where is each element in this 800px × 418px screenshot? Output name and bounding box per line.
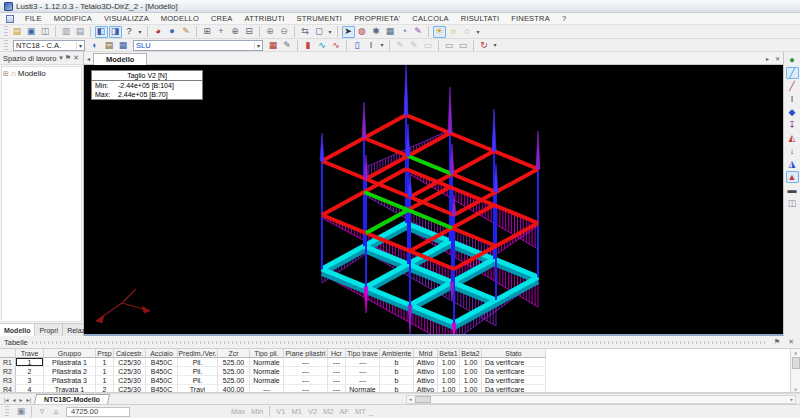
cell-r4-zcr[interactable]: 400.00 (218, 385, 250, 393)
table-row-r3[interactable]: R33Pilastrata 31C25/30B450CPil.525.00Nor… (0, 376, 800, 385)
cell-r3-beta1[interactable]: 1.00 (438, 376, 460, 385)
results-dropdown-icon[interactable]: ▾ (379, 39, 386, 51)
cell-r1-hcr[interactable]: --- (328, 358, 346, 367)
menu-item-finestra[interactable]: FINESTRA (505, 14, 556, 23)
column-header-beta2[interactable]: Beta2 (460, 349, 482, 358)
cell-r1-trave[interactable]: 1 (16, 358, 44, 367)
wall-tool[interactable]: ◆ (786, 106, 799, 118)
zoom-window-button[interactable]: ⊟ (243, 26, 256, 38)
cell-r4-calcestr-[interactable]: C25/30 (114, 385, 146, 393)
light-half-button[interactable]: ☼ (447, 26, 460, 38)
support-tool[interactable]: ◭ (786, 132, 799, 144)
column-header-trave[interactable]: Trave (16, 349, 44, 358)
cell-r1-calcestr-[interactable]: C25/30 (114, 358, 146, 367)
draw-node-tool[interactable]: ● (786, 54, 799, 66)
cell-r4-mrid[interactable]: Attivo (414, 385, 438, 393)
cell-r2-piane-pilastri[interactable]: --- (284, 367, 328, 376)
cell-r2-mrid[interactable]: Attivo (414, 367, 438, 376)
cell-r4-tipo-pil-[interactable]: --- (250, 385, 284, 393)
render-options-button[interactable]: ◍ (356, 26, 369, 38)
zoom-out-button[interactable]: ⊖ (278, 26, 291, 38)
sheet-tab-ntc18c-modello[interactable]: NTC18C-Modello (34, 394, 110, 404)
cascade-windows-button[interactable]: ◨ (109, 26, 122, 38)
tile-windows-button[interactable]: ◧ (95, 26, 108, 38)
cell-r1-prsp[interactable]: 1 (96, 358, 114, 367)
point-load-tool[interactable]: ↓ (786, 145, 799, 157)
cell-r4-acciaio[interactable]: B450C (146, 385, 178, 393)
sheet-nav-[interactable]: |◂ (2, 396, 11, 403)
load-cases-button[interactable]: ▦ (117, 39, 130, 51)
cell-r2-beta2[interactable]: 1.00 (460, 367, 482, 376)
column-header-corner[interactable] (0, 349, 16, 358)
fit-selection-button[interactable]: ▭ (443, 39, 456, 51)
menu-item-modifica[interactable]: MODIFICA (48, 14, 98, 23)
cell-r4-beta1[interactable]: 1.00 (438, 385, 460, 393)
select-button[interactable]: ➤ (342, 26, 355, 38)
column-header-tipo-trave[interactable]: Tipo trave (346, 349, 380, 358)
toolbar-grip-2[interactable] (4, 40, 8, 51)
section-results-button[interactable]: I (365, 39, 378, 51)
expander-icon[interactable]: ⊞ (3, 70, 9, 78)
scrollbar-thumb[interactable] (415, 396, 431, 403)
viewport-tab-modello[interactable]: Modello (93, 53, 147, 65)
cell-r3-gruppo[interactable]: Pilastrata 3 (44, 376, 96, 385)
column-header-prsp[interactable]: Prsp (96, 349, 114, 358)
cell-r4-prsp[interactable]: 2 (96, 385, 114, 393)
cell-r2-prsp[interactable]: 1 (96, 367, 114, 376)
cell-r3-zcr[interactable]: 525.00 (218, 376, 250, 385)
toggle-v2[interactable]: V2 (308, 407, 317, 416)
toggle-af[interactable]: AF (339, 407, 349, 416)
scroll-up-icon[interactable]: ∧ (794, 349, 798, 356)
materials-button[interactable]: ▤ (103, 39, 116, 51)
cell-r2-beta1[interactable]: 1.00 (438, 367, 460, 376)
cell-r3-mrid[interactable]: Attivo (414, 376, 438, 385)
chevron-down-icon[interactable]: ▾ (76, 42, 82, 49)
cell-r1-gruppo[interactable]: Pilastrata 1 (44, 358, 96, 367)
draw-truss-tool[interactable]: ╱ (786, 80, 799, 92)
numeric-results-button[interactable]: ▯ (351, 39, 364, 51)
section-tool[interactable]: I (786, 93, 799, 105)
scroll-left-icon[interactable]: ◂ (407, 396, 414, 402)
move-view-button[interactable]: + (215, 26, 228, 38)
draw-beam-tool[interactable]: ╱ (786, 67, 799, 79)
menu-item-proprieta[interactable]: PROPRIETA' (348, 14, 406, 23)
cell-r3-stato[interactable]: Da verificare (482, 376, 546, 385)
panel-drag-handle[interactable] (32, 341, 768, 344)
menu-item-crea[interactable]: CREA (205, 14, 239, 23)
column-header-ambiente[interactable]: Ambiente (380, 349, 414, 358)
cell-r2-zcr[interactable]: 525.00 (218, 367, 250, 376)
row-header-r2[interactable]: R2 (0, 367, 16, 376)
cell-r3-acciaio[interactable]: B450C (146, 376, 178, 385)
cell-r3-predim-ver-[interactable]: Pil. (178, 376, 218, 385)
diagram-m-button[interactable]: ∿ (330, 39, 343, 51)
column-header-tipo-pil-[interactable]: Tipo pil. (250, 349, 284, 358)
cell-r2-trave[interactable]: 2 (16, 367, 44, 376)
scrollbar-thumb[interactable] (792, 357, 800, 369)
close-icon[interactable]: ✕ (72, 54, 80, 62)
max-tag-button[interactable]: ▵ (50, 406, 63, 418)
snap-grid-button[interactable]: ⊞ (201, 26, 214, 38)
menu-item-modello[interactable]: MODELLO (155, 14, 205, 23)
toggle-mt[interactable]: MT (355, 407, 366, 416)
shaded-view-button[interactable]: ● (166, 26, 179, 38)
column-header-zcr[interactable]: Zcr (218, 349, 250, 358)
cell-r1-stato[interactable]: Da verificare (482, 358, 546, 367)
toggle-max[interactable]: Max (231, 407, 245, 416)
menu-item-attributi[interactable]: ATTRIBUTI (239, 14, 291, 23)
column-header-predim-ver-[interactable]: Predim./Ver. (178, 349, 218, 358)
scroll-down-icon[interactable]: ∨ (794, 385, 798, 392)
cell-r1-beta2[interactable]: 1.00 (460, 358, 482, 367)
document-icon[interactable] (6, 15, 14, 23)
edit-button[interactable]: ✎ (412, 26, 425, 38)
cell-r4-ambiente[interactable]: b (380, 385, 414, 393)
constraint-tool[interactable]: ▲ (786, 171, 799, 183)
chevron-down-icon[interactable]: ▾ (254, 42, 260, 49)
cell-r2-ambiente[interactable]: b (380, 367, 414, 376)
render-view-button[interactable]: ◕ (152, 26, 165, 38)
cell-r4-tipo-trave[interactable]: Normale (346, 385, 380, 393)
title-bar[interactable]: Lusti3 - 1.12.0.3 - Telaio3D-DirZ_2 - [M… (0, 0, 800, 13)
combinations-table-button[interactable]: ▦ (267, 39, 280, 51)
column-header-acciaio[interactable]: Acciaio (146, 349, 178, 358)
column-header-calcestr-[interactable]: Calcestr. (114, 349, 146, 358)
cell-r3-beta2[interactable]: 1.00 (460, 376, 482, 385)
